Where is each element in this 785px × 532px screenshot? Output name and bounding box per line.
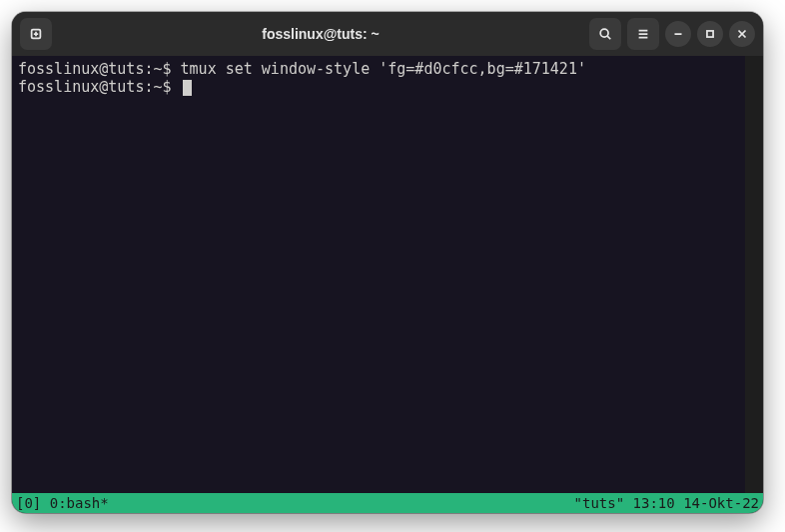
titlebar-left xyxy=(20,18,52,50)
minimize-button[interactable] xyxy=(665,21,691,47)
search-button[interactable] xyxy=(589,18,621,50)
close-button[interactable] xyxy=(729,21,755,47)
terminal-line: fosslinux@tuts:~$ tmux set window-style … xyxy=(18,60,739,78)
svg-point-3 xyxy=(600,29,608,37)
command-text: tmux set window-style 'fg=#d0cfcc,bg=#17… xyxy=(181,60,586,78)
svg-rect-9 xyxy=(707,31,713,37)
window-title: fosslinux@tuts: ~ xyxy=(60,26,581,42)
new-tab-button[interactable] xyxy=(20,18,52,50)
tmux-statusbar: [0] 0:bash* "tuts" 13:10 14-Okt-22 xyxy=(12,493,763,513)
terminal-content[interactable]: fosslinux@tuts:~$ tmux set window-style … xyxy=(12,56,763,493)
maximize-button[interactable] xyxy=(697,21,723,47)
menu-button[interactable] xyxy=(627,18,659,50)
terminal-line: fosslinux@tuts:~$ xyxy=(18,78,739,96)
close-icon xyxy=(735,27,749,41)
hamburger-icon xyxy=(636,27,650,41)
statusbar-left: [0] 0:bash* xyxy=(16,495,574,511)
prompt: fosslinux@tuts:~$ xyxy=(18,78,172,96)
svg-line-4 xyxy=(607,36,610,39)
titlebar: fosslinux@tuts: ~ xyxy=(12,12,763,56)
cursor xyxy=(183,80,192,96)
terminal-window: fosslinux@tuts: ~ xyxy=(12,12,763,513)
maximize-icon xyxy=(703,27,717,41)
new-tab-icon xyxy=(29,27,43,41)
titlebar-right xyxy=(589,18,755,50)
search-icon xyxy=(598,27,612,41)
prompt: fosslinux@tuts:~$ xyxy=(18,60,172,78)
minimize-icon xyxy=(671,27,685,41)
statusbar-right: "tuts" 13:10 14-Okt-22 xyxy=(574,495,759,511)
